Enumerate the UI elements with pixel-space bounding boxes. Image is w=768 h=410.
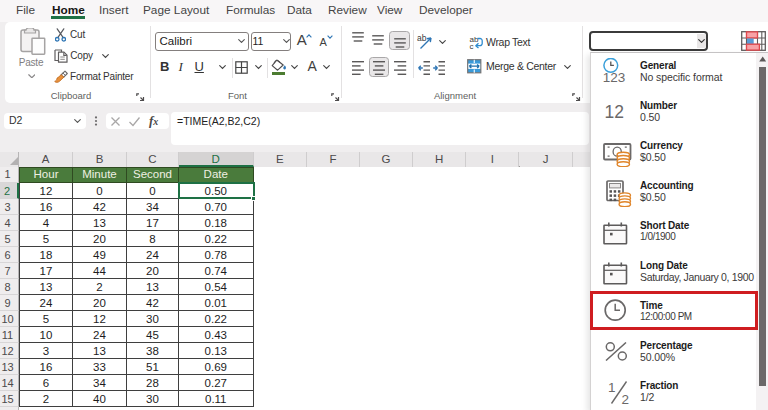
svg-text:c: c: [470, 42, 474, 49]
svg-text:ab: ab: [417, 33, 427, 43]
svg-text:2: 2: [621, 392, 629, 406]
svg-text:1: 1: [608, 380, 616, 395]
